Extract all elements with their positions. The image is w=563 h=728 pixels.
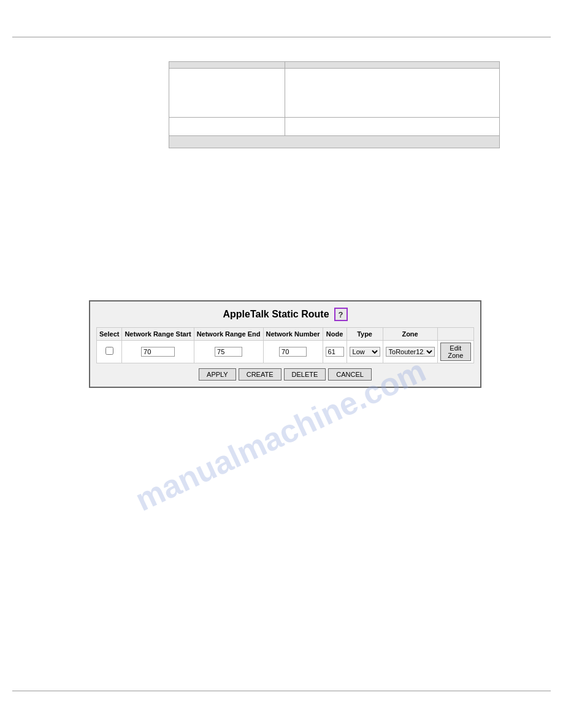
- node-cell: [323, 341, 347, 363]
- col-header-zone: Zone: [383, 328, 437, 341]
- zone-cell: ToRouter12.4: [383, 341, 437, 363]
- edit-zone-cell: Edit Zone: [437, 341, 473, 363]
- top-table: [169, 61, 500, 148]
- col-header-network-number: Network Number: [263, 328, 323, 341]
- help-icon[interactable]: ?: [334, 308, 348, 321]
- top-table-row2-col2: [285, 118, 499, 136]
- col-header-select: Select: [97, 328, 122, 341]
- top-divider: [12, 37, 551, 37]
- type-select[interactable]: Low High Medium: [350, 347, 380, 357]
- network-range-end-input[interactable]: [215, 347, 242, 357]
- bottom-divider: [12, 691, 551, 691]
- dialog-title: AppleTalk Static Route: [223, 309, 329, 320]
- top-table-row2-col1: [169, 118, 285, 136]
- select-cell: [97, 341, 122, 363]
- top-table-footer: [169, 136, 500, 148]
- select-checkbox[interactable]: [105, 347, 113, 355]
- network-range-end-cell: [194, 341, 263, 363]
- top-table-container: [169, 61, 500, 148]
- zone-select[interactable]: ToRouter12.4: [386, 347, 435, 357]
- col-header-node: Node: [323, 328, 347, 341]
- col-header-type: Type: [347, 328, 383, 341]
- network-range-start-input[interactable]: [141, 347, 175, 357]
- edit-zone-button[interactable]: Edit Zone: [440, 343, 471, 361]
- dialog-title-row: AppleTalk Static Route ?: [96, 308, 474, 321]
- route-table: Select Network Range Start Network Range…: [96, 327, 474, 363]
- table-row: Low High Medium ToRouter12.4 Edit Zone: [97, 341, 474, 363]
- col-header-network-range-end: Network Range End: [194, 328, 263, 341]
- node-input[interactable]: [326, 347, 344, 357]
- top-table-header-col2: [285, 62, 499, 69]
- network-range-start-cell: [122, 341, 194, 363]
- button-row: APPLY CREATE DELETE CANCEL: [96, 368, 474, 381]
- col-header-network-range-start: Network Range Start: [122, 328, 194, 341]
- type-cell: Low High Medium: [347, 341, 383, 363]
- delete-button[interactable]: DELETE: [284, 368, 326, 381]
- network-number-input[interactable]: [279, 347, 307, 357]
- top-table-row1-col1: [169, 69, 285, 118]
- top-table-header-col1: [169, 62, 285, 69]
- top-table-row1-col2: [285, 69, 499, 118]
- appletalk-static-route-dialog: AppleTalk Static Route ? Select Network …: [89, 300, 481, 388]
- col-header-edit: [437, 328, 473, 341]
- create-button[interactable]: CREATE: [239, 368, 282, 381]
- apply-button[interactable]: APPLY: [199, 368, 236, 381]
- cancel-button[interactable]: CANCEL: [328, 368, 372, 381]
- network-number-cell: [263, 341, 323, 363]
